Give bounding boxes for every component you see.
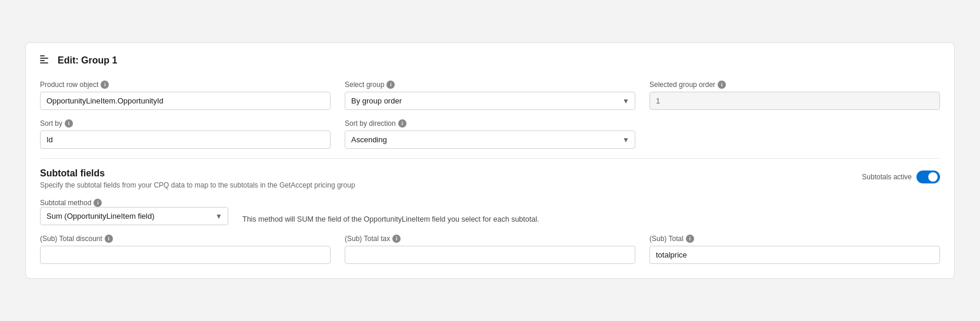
selected-group-order-group: Selected group order i — [649, 81, 940, 110]
subtotal-method-group: Subtotal method i Sum (OpportunityLineIt… — [40, 199, 228, 225]
select-group-wrapper: By group order By field By order ▼ — [345, 92, 635, 110]
product-row-object-info-icon[interactable]: i — [101, 81, 109, 89]
sub-total-discount-label: (Sub) Total discount i — [40, 235, 331, 243]
subtotals-toggle-slider — [916, 170, 940, 183]
edit-group-card: Edit: Group 1 Product row object i Selec… — [25, 42, 955, 279]
subtotal-method-description: This method will SUM the field of the Op… — [242, 199, 940, 223]
selected-group-order-input[interactable] — [649, 92, 940, 110]
selected-group-order-label: Selected group order i — [649, 81, 940, 89]
sub-total-tax-info-icon[interactable]: i — [392, 235, 401, 243]
sub-total-tax-label: (Sub) Total tax i — [345, 235, 635, 243]
sub-total-label: (Sub) Total i — [649, 235, 940, 243]
sub-total-tax-input[interactable] — [345, 246, 635, 264]
sub-total-input[interactable] — [649, 246, 940, 264]
sort-by-input[interactable] — [40, 131, 331, 149]
svg-rect-0 — [40, 55, 45, 56]
group-icon — [40, 55, 52, 66]
sort-by-direction-label: Sort by direction i — [345, 119, 635, 128]
svg-rect-3 — [40, 62, 48, 63]
sub-total-group: (Sub) Total i — [649, 235, 940, 264]
subtotal-method-label: Subtotal method i — [40, 199, 228, 207]
sub-total-tax-group: (Sub) Total tax i — [345, 235, 635, 264]
sort-by-info-icon[interactable]: i — [65, 119, 73, 128]
subtotal-method-wrapper: Sum (OpportunityLineItem field) Custom ▼ — [40, 207, 228, 225]
sort-by-direction-group: Sort by direction i Ascending Descending… — [345, 119, 635, 149]
svg-rect-2 — [40, 60, 45, 61]
select-group-group: Select group i By group order By field B… — [345, 81, 635, 110]
sub-total-info-icon[interactable]: i — [686, 235, 694, 243]
subtotal-method-select[interactable]: Sum (OpportunityLineItem field) Custom — [40, 207, 228, 225]
section-divider — [40, 158, 940, 159]
subtotals-title-block: Subtotal fields Specify the subtotal fie… — [40, 168, 355, 199]
form-row-2: Sort by i Sort by direction i Ascending … — [40, 119, 940, 149]
card-header: Edit: Group 1 — [40, 55, 940, 69]
sort-by-group: Sort by i — [40, 119, 331, 149]
sort-by-direction-info-icon[interactable]: i — [398, 119, 406, 128]
subtotal-method-row: Subtotal method i Sum (OpportunityLineIt… — [40, 199, 940, 225]
sub-total-discount-info-icon[interactable]: i — [105, 235, 113, 243]
sort-by-direction-select[interactable]: Ascending Descending — [345, 131, 635, 149]
product-row-object-label: Product row object i — [40, 81, 331, 89]
product-row-object-input[interactable] — [40, 92, 331, 110]
sub-total-discount-input[interactable] — [40, 246, 331, 264]
select-group-select[interactable]: By group order By field By order — [345, 92, 635, 110]
subtotals-toggle[interactable] — [916, 170, 940, 183]
subtotals-active-row: Subtotals active — [862, 170, 940, 183]
page-title: Edit: Group 1 — [58, 55, 117, 66]
select-group-info-icon[interactable]: i — [386, 81, 395, 89]
subtotals-active-label: Subtotals active — [862, 173, 912, 181]
subtotals-section-title: Subtotal fields — [40, 168, 355, 179]
subtotal-fields-row: (Sub) Total discount i (Sub) Total tax i… — [40, 235, 940, 264]
svg-rect-1 — [40, 58, 48, 59]
sort-by-direction-wrapper: Ascending Descending ▼ — [345, 131, 635, 149]
select-group-label: Select group i — [345, 81, 635, 89]
selected-group-order-info-icon[interactable]: i — [718, 81, 726, 89]
sub-total-discount-group: (Sub) Total discount i — [40, 235, 331, 264]
subtotals-section-desc: Specify the subtotal fields from your CP… — [40, 181, 355, 189]
subtotal-method-info-icon[interactable]: i — [94, 199, 102, 207]
product-row-object-group: Product row object i — [40, 81, 331, 110]
subtotals-section-header: Subtotal fields Specify the subtotal fie… — [40, 168, 940, 199]
sort-by-label: Sort by i — [40, 119, 331, 128]
form-row-1: Product row object i Select group i By g… — [40, 81, 940, 110]
